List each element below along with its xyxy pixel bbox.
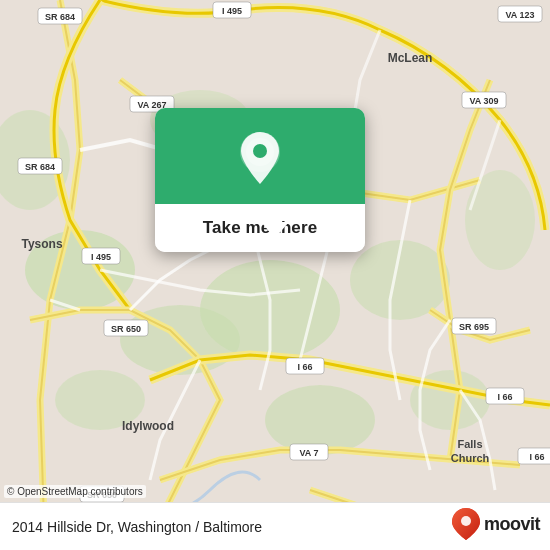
address-bar: 2014 Hillside Dr, Washington / Baltimore…: [0, 502, 550, 550]
svg-point-46: [253, 144, 267, 158]
moovit-logo: moovit: [452, 508, 540, 540]
map-attribution: © OpenStreetMap contributors: [4, 485, 146, 498]
svg-text:VA 7: VA 7: [299, 448, 318, 458]
map-container: SR 684 SR 684 I 495 I 495 VA 123 VA 267 …: [0, 0, 550, 550]
svg-text:SR 684: SR 684: [25, 162, 55, 172]
popup-card: Take me there: [155, 108, 365, 252]
svg-text:McLean: McLean: [388, 51, 433, 65]
svg-text:VA 123: VA 123: [505, 10, 534, 20]
svg-text:SR 695: SR 695: [459, 322, 489, 332]
svg-text:Falls: Falls: [457, 438, 482, 450]
map-background: SR 684 SR 684 I 495 I 495 VA 123 VA 267 …: [0, 0, 550, 550]
svg-point-47: [461, 516, 471, 526]
moovit-pin-icon: [452, 508, 480, 540]
svg-text:VA 309: VA 309: [469, 96, 498, 106]
svg-text:SR 684: SR 684: [45, 12, 75, 22]
svg-text:I 495: I 495: [222, 6, 242, 16]
svg-text:I 66: I 66: [529, 452, 544, 462]
svg-text:I 66: I 66: [497, 392, 512, 402]
take-me-there-button[interactable]: Take me there: [155, 204, 365, 252]
svg-text:I 66: I 66: [297, 362, 312, 372]
svg-text:I 495: I 495: [91, 252, 111, 262]
popup-green-header: [155, 108, 365, 204]
svg-text:Church: Church: [451, 452, 490, 464]
svg-text:Idylwood: Idylwood: [122, 419, 174, 433]
svg-text:Tysons: Tysons: [21, 237, 62, 251]
svg-text:SR 650: SR 650: [111, 324, 141, 334]
moovit-brand-label: moovit: [484, 514, 540, 535]
popup-triangle: [261, 222, 289, 238]
address-text: 2014 Hillside Dr, Washington / Baltimore: [12, 519, 262, 535]
svg-point-8: [465, 170, 535, 270]
location-pin-icon: [236, 130, 284, 186]
